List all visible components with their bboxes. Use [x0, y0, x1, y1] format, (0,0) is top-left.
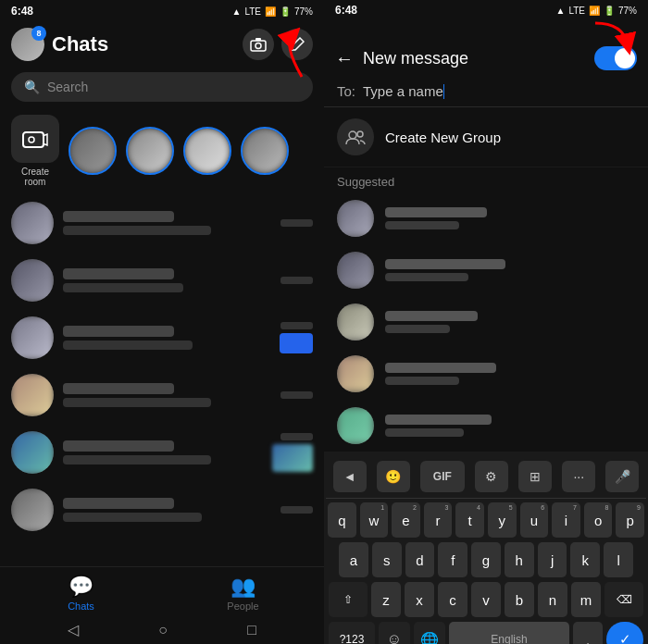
- chat-time: [280, 506, 313, 514]
- suggestion-item[interactable]: [324, 400, 648, 452]
- text-cursor: [443, 84, 444, 99]
- keyboard-translate-btn[interactable]: ⊞: [518, 461, 552, 492]
- suggestion-info: [385, 207, 635, 229]
- recents-sys-btn[interactable]: □: [247, 622, 256, 638]
- key-f[interactable]: f: [438, 542, 467, 577]
- create-room-story[interactable]: Createroom: [11, 115, 59, 187]
- to-label: To:: [337, 83, 355, 99]
- key-m[interactable]: m: [571, 582, 601, 617]
- story-3[interactable]: [183, 127, 231, 175]
- battery-icon-left: 🔋: [280, 6, 291, 17]
- right-panel: 6:48 ▲ LTE 📶 🔋 77% ← New message: [324, 0, 648, 644]
- chat-meta: [280, 219, 313, 227]
- key-v[interactable]: v: [471, 582, 501, 617]
- nav-people[interactable]: 👥 People: [162, 575, 324, 612]
- compose-button[interactable]: [281, 29, 313, 60]
- create-room-label: Createroom: [21, 167, 49, 187]
- key-d[interactable]: d: [405, 542, 435, 577]
- key-l[interactable]: l: [604, 542, 633, 577]
- suggestion-sub: [385, 221, 459, 229]
- chat-name: [63, 383, 174, 394]
- suggestion-item[interactable]: [324, 296, 648, 348]
- toggle-switch[interactable]: [594, 46, 637, 70]
- key-e[interactable]: 2e: [392, 502, 420, 538]
- chat-item[interactable]: [0, 194, 324, 252]
- people-nav-label: People: [227, 601, 258, 612]
- chat-item[interactable]: [0, 252, 324, 309]
- svg-rect-2: [255, 38, 261, 41]
- chat-item[interactable]: [0, 309, 324, 366]
- key-b[interactable]: b: [505, 582, 534, 617]
- suggestion-item[interactable]: [324, 192, 648, 244]
- chat-avatar: [11, 259, 54, 302]
- chat-info: [63, 440, 263, 464]
- keyboard: ◄ 🙂 GIF ⚙ ⊞ ··· 🎤 q 1w 2e 3r 4t 5y 6u 7i…: [324, 452, 648, 644]
- key-g[interactable]: g: [471, 542, 501, 577]
- chat-info: [63, 498, 271, 522]
- back-button[interactable]: ←: [335, 48, 354, 69]
- key-t[interactable]: 4t: [455, 502, 484, 538]
- chat-item[interactable]: [0, 366, 324, 424]
- chat-item[interactable]: [0, 481, 324, 539]
- key-shift[interactable]: ⇧: [329, 582, 368, 617]
- key-emoji[interactable]: ☺: [379, 622, 410, 644]
- key-x[interactable]: x: [405, 582, 434, 617]
- key-h[interactable]: h: [505, 542, 534, 577]
- key-period[interactable]: .: [573, 622, 603, 644]
- chat-meta: [272, 433, 313, 472]
- key-globe[interactable]: 🌐: [414, 622, 445, 644]
- chats-nav-icon: 💬: [69, 575, 93, 599]
- chat-avatar: [11, 202, 54, 244]
- key-r[interactable]: 3r: [424, 502, 453, 538]
- keyboard-sticker-btn[interactable]: 🙂: [377, 461, 410, 492]
- search-bar[interactable]: 🔍 Search: [11, 72, 313, 102]
- key-k[interactable]: k: [570, 542, 600, 577]
- keyboard-gif-btn[interactable]: GIF: [420, 461, 465, 492]
- key-j[interactable]: j: [538, 542, 567, 577]
- key-p[interactable]: 9p: [616, 502, 644, 538]
- keyboard-mic-btn[interactable]: 🎤: [605, 461, 639, 492]
- key-u[interactable]: 6u: [520, 502, 549, 538]
- chat-time: [280, 391, 313, 399]
- status-icons-left: ▲ LTE 📶 🔋 77%: [231, 6, 313, 17]
- key-o[interactable]: 8o: [584, 502, 613, 538]
- key-backspace[interactable]: ⌫: [604, 582, 643, 617]
- chat-time: [280, 322, 313, 329]
- chat-preview: [63, 341, 193, 350]
- chat-preview: [63, 398, 211, 407]
- to-placeholder: Type a name: [363, 83, 443, 99]
- create-new-group-row[interactable]: Create New Group: [324, 107, 648, 167]
- keyboard-back-btn[interactable]: ◄: [333, 461, 367, 492]
- nav-chats[interactable]: 💬 Chats: [0, 575, 162, 612]
- user-avatar-container[interactable]: 8: [11, 28, 44, 61]
- keyboard-settings-btn[interactable]: ⚙: [475, 461, 508, 492]
- key-z[interactable]: z: [371, 582, 401, 617]
- camera-button[interactable]: [243, 29, 274, 60]
- suggestion-item[interactable]: [324, 348, 648, 400]
- search-icon: 🔍: [24, 80, 40, 94]
- key-i[interactable]: 7i: [552, 502, 580, 538]
- keyboard-more-btn[interactable]: ···: [562, 461, 595, 492]
- home-sys-btn[interactable]: ○: [158, 622, 168, 638]
- key-w[interactable]: 1w: [360, 502, 389, 538]
- key-q[interactable]: q: [328, 502, 356, 538]
- key-a[interactable]: a: [339, 542, 368, 577]
- key-y[interactable]: 5y: [488, 502, 517, 538]
- key-space[interactable]: English: [449, 622, 569, 644]
- key-num-sym[interactable]: ?123: [329, 622, 375, 644]
- key-n[interactable]: n: [538, 582, 567, 617]
- key-send[interactable]: ✓: [606, 622, 643, 644]
- chat-item[interactable]: [0, 424, 324, 481]
- story-2[interactable]: [126, 127, 174, 175]
- suggestion-info: [385, 259, 635, 281]
- suggestion-item[interactable]: [324, 244, 648, 296]
- new-message-header: ← New message: [324, 20, 648, 76]
- suggestion-name: [385, 311, 478, 321]
- back-sys-btn[interactable]: ◁: [68, 621, 79, 638]
- status-bar-right: 6:48 ▲ LTE 📶 🔋 77%: [324, 0, 648, 20]
- key-s[interactable]: s: [372, 542, 402, 577]
- key-c[interactable]: c: [438, 582, 467, 617]
- story-1[interactable]: [69, 127, 117, 175]
- suggestion-name: [385, 363, 496, 373]
- story-4[interactable]: [241, 127, 289, 175]
